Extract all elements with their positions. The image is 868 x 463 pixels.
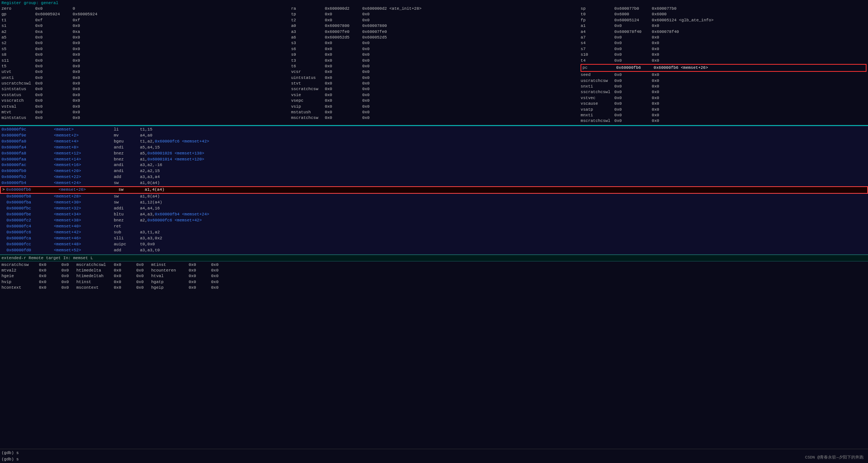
reg-val: 0x600077b0	[614, 6, 652, 12]
reg-val2: 0x0	[652, 101, 700, 107]
reg-name: mintstatus	[1, 115, 35, 121]
reg-name: t2	[291, 18, 325, 23]
bottom-reg-row: htinst 0x0 0x0	[76, 279, 151, 285]
bottom-reg-val: 0x0	[189, 273, 211, 279]
reg-name: a4	[581, 29, 614, 35]
reg-val: 0x0	[35, 110, 73, 115]
disasm-row[interactable]: 0x60000fc4 <memset+40> ret	[0, 224, 868, 230]
reg-row: a0 0x60007800 0x60007800	[291, 23, 577, 29]
reg-row-pc: pc 0x60000fb6 0x60000fb6 <memset+26>	[581, 64, 867, 72]
reg-name: t6	[291, 64, 325, 69]
disasm-addr: 0x60000fa4	[1, 145, 54, 151]
bottom-reg-name: hgeie	[1, 273, 39, 279]
disasm-row[interactable]: 0x60000fb0 <memset+20> andi a2,a2,15	[0, 168, 868, 174]
bottom-reg-row: htval 0x0 0x0	[151, 273, 226, 279]
disasm-row-current[interactable]: > 0x60000fb6 <memset+26> sw a1,4(a4)	[0, 186, 868, 194]
disasm-mnem: bnez	[114, 151, 140, 157]
reg-name: vsscratch	[1, 98, 35, 104]
disasm-row[interactable]: 0x60000fbe <memset+34> bltu a4,a3,0x6000…	[0, 212, 868, 218]
disasm-mnem: li	[114, 127, 140, 133]
disasm-row[interactable]: 0x60000f9c <memset> li t1,15	[0, 127, 868, 133]
disasm-ops: t1,a2,0x60000fc6 <memset+42>	[140, 139, 209, 145]
disasm-func: <memset>	[54, 127, 114, 133]
disasm-mnem: bnez	[114, 218, 140, 224]
gdb-line-1[interactable]: (gdb) s	[1, 450, 867, 456]
disasm-row[interactable]: 0x60000fd0 <memset+52> add a3,a3,t0	[0, 248, 868, 254]
disasm-row[interactable]: 0x60000fb4 <memset+24> sw a1,0(a4)	[0, 180, 868, 186]
reg-name: t4	[581, 58, 614, 64]
disasm-row[interactable]: 0x60000fc2 <memset+38> bnez a2,0x60000fc…	[0, 218, 868, 224]
bottom-reg-val: 0x0	[114, 285, 136, 291]
reg-val2: 0x0	[362, 81, 411, 86]
reg-val2: 0x0	[73, 75, 121, 81]
gdb-line-2[interactable]: (gdb) s	[1, 456, 867, 463]
disasm-row[interactable]: 0x60000fa0 <memset+4> bgeu t1,a2,0x60000…	[0, 139, 868, 145]
gdb-prompt-section: (gdb) s (gdb) s	[0, 449, 868, 463]
reg-val2: 0xa	[73, 29, 121, 35]
reg-row: s11 0x0 0x0	[1, 58, 287, 64]
reg-val2: 0x0	[73, 98, 121, 104]
reg-val: 0x0	[35, 64, 73, 69]
reg-val2: 0x0	[652, 95, 700, 101]
disasm-row[interactable]: 0x60000fba <memset+30> sw a1,12(a4)	[0, 200, 868, 206]
reg-val-pc: 0x60000fb6	[616, 65, 654, 71]
reg-name: sp	[581, 6, 614, 12]
reg-val2: 0x0	[73, 46, 121, 52]
bottom-reg-name: mscratchcswl	[76, 262, 114, 268]
reg-val: 0x0	[325, 64, 362, 69]
reg-col-2: ra 0x600000d2 0x600000d2 <ate_init+28> t…	[291, 6, 577, 124]
disasm-row[interactable]: 0x60000fa8 <memset+12> bnez a5,0x6000102…	[0, 151, 868, 157]
disasm-row[interactable]: 0x60000fcc <memset+48> auipc t0,0x0	[0, 242, 868, 248]
reg-val2: 0x0	[652, 84, 700, 89]
reg-val2: 0x0	[73, 35, 121, 40]
reg-val: 0x0	[325, 46, 362, 52]
reg-val2: 0x600000d2 <ate_init+28>	[362, 6, 421, 12]
reg-val: 0x0	[614, 46, 652, 52]
disasm-row[interactable]: 0x60000faa <memset+14> bnez a1,0x6000101…	[0, 157, 868, 163]
reg-val: 0x0	[35, 46, 73, 52]
reg-val: 0x0	[325, 40, 362, 46]
reg-row: utvt 0x0 0x0	[1, 69, 287, 75]
disasm-row[interactable]: 0x60000fa4 <memset+8> andi a5,a4,15	[0, 145, 868, 151]
disasm-func: <memset+22>	[54, 174, 114, 180]
reg-val2: 0x600078f40	[652, 29, 700, 35]
reg-row: uscratchcsw 0x0 0x0	[581, 78, 867, 84]
reg-val: 0x6000	[614, 12, 652, 17]
reg-name: mstatush	[291, 110, 325, 115]
disasm-func: <memset+2>	[54, 133, 114, 139]
bottom-reg-val: 0x0	[189, 285, 211, 291]
disasm-row[interactable]: 0x60000fb8 <memset+28> sw a1,8(a4)	[0, 194, 868, 200]
reg-val: 0x0	[614, 118, 652, 124]
reg-name: t5	[1, 64, 35, 69]
reg-val2: 0x0	[652, 78, 700, 84]
reg-val: 0x0	[614, 52, 652, 58]
disasm-mnem: andi	[114, 162, 140, 168]
bottom-reg-row: mscratchcswl 0x0 0x0	[76, 262, 151, 268]
reg-name: a2	[1, 29, 35, 35]
reg-val2: 0x0	[652, 40, 700, 46]
disasm-addr: 0x60000fbc	[1, 206, 54, 212]
disasm-row[interactable]: 0x60000fac <memset+16> andi a3,a2,-16	[0, 162, 868, 168]
disasm-ops: a3,a2,-16	[140, 162, 162, 168]
disasm-row[interactable]: 0x60000fc6 <memset+42> sub a3,t1,a2	[0, 230, 868, 236]
disasm-mnem: slli	[114, 236, 140, 242]
disasm-func: <memset+4>	[54, 139, 114, 145]
disasm-addr: 0x60000fa0	[1, 139, 54, 145]
reg-val: 0x0	[325, 75, 362, 81]
reg-name: s1	[1, 23, 35, 29]
disasm-ops: a3,t1,a2	[140, 230, 160, 236]
reg-val2: 0x0	[362, 75, 411, 81]
reg-name: vsie	[291, 92, 325, 98]
reg-val2: 0x0	[362, 64, 411, 69]
reg-name: mnxti	[581, 113, 614, 118]
disasm-row[interactable]: 0x60000f9e <memset+2> mv a4,a0	[0, 133, 868, 139]
reg-val2: 0x600077b0	[652, 6, 700, 12]
reg-val2: 0x0	[73, 86, 121, 92]
disasm-row[interactable]: 0x60000fca <memset+46> slli a3,a3,0x2	[0, 236, 868, 242]
reg-row: uintstatus 0x0 0x0	[291, 75, 577, 81]
disasm-row[interactable]: 0x60000fb2 <memset+22> add a3,a3,a4	[0, 174, 868, 180]
bottom-reg-val: 0x0	[39, 279, 61, 285]
disasm-row[interactable]: 0x60000fbc <memset+32> addi a4,a4,16	[0, 206, 868, 212]
reg-name: gp	[1, 12, 35, 17]
reg-val2: 0	[73, 6, 121, 12]
